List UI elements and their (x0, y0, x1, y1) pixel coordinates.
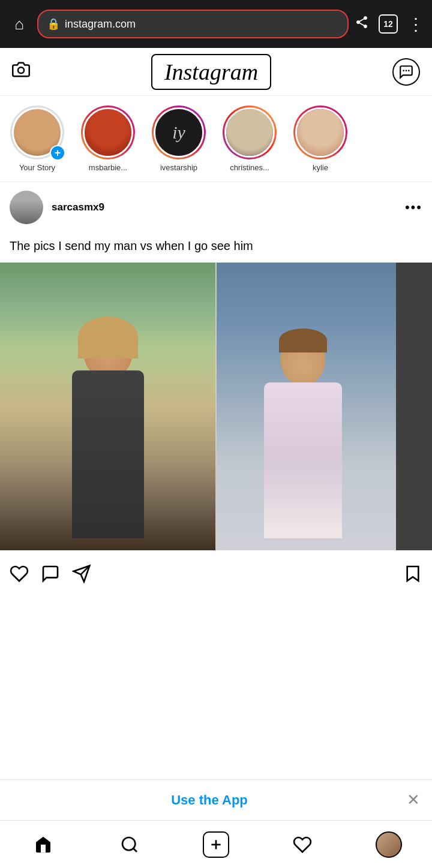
browser-home-icon[interactable]: ⌂ (7, 15, 31, 34)
story-avatar-inner (224, 107, 275, 158)
url-bar[interactable]: 🔒 instagram.com (37, 10, 349, 38)
story-item-msbarbie[interactable]: msbarbie... (78, 106, 138, 172)
use-app-close-button[interactable]: ✕ (407, 791, 420, 809)
lock-icon: 🔒 (47, 17, 60, 31)
post-more-icon[interactable]: ••• (405, 200, 422, 215)
ig-logo-container: Instagram (30, 54, 392, 90)
post-image-right (215, 263, 432, 550)
use-app-banner: Use the App ✕ (0, 779, 432, 820)
nav-profile[interactable] (371, 827, 407, 863)
nav-search[interactable] (112, 827, 148, 863)
svg-point-0 (18, 67, 24, 73)
ig-logo: Instagram (151, 54, 271, 90)
story-avatar-wrapper: iy (152, 106, 206, 159)
story-avatar-inner: iy (154, 107, 204, 158)
post-image (0, 263, 432, 550)
instagram-content: Instagram + Your Story msbarbie... (0, 48, 432, 868)
browser-actions: 12 ⋮ (355, 14, 425, 34)
comment-icon[interactable] (41, 564, 60, 587)
post-header: sarcasmx9 ••• (0, 182, 432, 233)
tab-count-badge[interactable]: 12 (379, 14, 398, 34)
post-avatar[interactable] (10, 191, 43, 224)
share-post-icon[interactable] (72, 564, 91, 587)
story-avatar-wrapper: + (10, 106, 64, 159)
bottom-nav (0, 820, 432, 868)
url-text: instagram.com (65, 18, 339, 31)
story-avatar-inner (295, 107, 346, 158)
post-image-left (0, 263, 215, 550)
svg-point-4 (122, 837, 135, 850)
story-avatar-wrapper (223, 106, 277, 159)
nav-add-icon (203, 831, 229, 858)
post-avatar-face (10, 191, 43, 224)
share-icon[interactable] (355, 15, 369, 33)
story-item-christines[interactable]: christines... (220, 106, 280, 172)
story-item-ivestarship[interactable]: iy ivestarship (149, 106, 209, 172)
browser-chrome: ⌂ 🔒 instagram.com 12 ⋮ (0, 0, 432, 48)
story-avatar-wrapper (293, 106, 347, 159)
story-label-msbarbie: msbarbie... (89, 163, 127, 172)
bookmark-icon[interactable] (403, 564, 422, 587)
story-add-icon: + (50, 145, 65, 161)
post-caption: The pics I send my man vs when I go see … (0, 233, 432, 263)
story-avatar-wrapper (81, 106, 135, 159)
story-label-ivestarship: ivestarship (160, 163, 197, 172)
story-label-your-story: Your Story (19, 163, 55, 172)
stories-row: + Your Story msbarbie... iy ivestarship (0, 96, 432, 182)
story-avatar-inner (83, 107, 133, 158)
messenger-icon[interactable] (392, 58, 420, 86)
story-item-kylie[interactable]: kylie (290, 106, 350, 172)
svg-marker-3 (407, 566, 419, 581)
use-app-text[interactable]: Use the App (12, 792, 407, 808)
camera-icon[interactable] (12, 61, 30, 83)
ig-topbar: Instagram (0, 48, 432, 96)
nav-home[interactable] (25, 827, 61, 863)
story-item-your-story[interactable]: + Your Story (7, 106, 67, 172)
post-actions (0, 550, 432, 592)
browser-more-icon[interactable]: ⋮ (407, 14, 425, 34)
like-icon[interactable] (10, 564, 29, 587)
nav-add[interactable] (198, 827, 234, 863)
post-username[interactable]: sarcasmx9 (52, 201, 397, 213)
story-avatar-face: iy (155, 109, 202, 156)
story-avatar-face (85, 109, 131, 156)
nav-heart[interactable] (284, 827, 320, 863)
story-avatar-face (226, 109, 273, 156)
story-label-kylie: kylie (313, 163, 328, 172)
nav-profile-avatar (376, 831, 402, 858)
story-avatar-face (297, 109, 344, 156)
post-container: sarcasmx9 ••• The pics I send my man vs … (0, 182, 432, 688)
story-label-christines: christines... (230, 163, 269, 172)
svg-line-5 (133, 848, 137, 852)
